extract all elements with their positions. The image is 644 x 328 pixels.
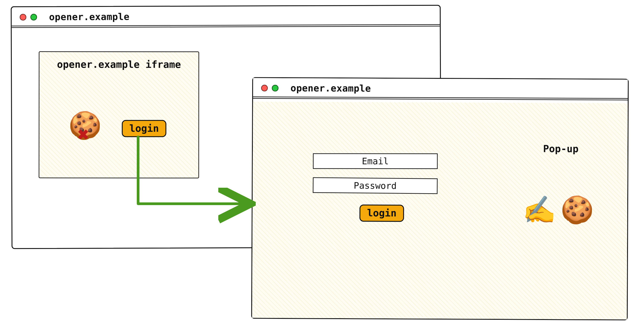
opener-address: opener.example <box>42 11 130 22</box>
cookie-icon: 🍪 <box>560 196 594 223</box>
email-field[interactable]: Email <box>313 153 438 169</box>
popup-label: Pop-up <box>543 143 578 155</box>
close-icon[interactable] <box>20 14 26 20</box>
iframe-login-button[interactable]: login <box>122 120 166 137</box>
diagram-stage: opener.example opener.example iframe 🍪 ✖… <box>0 0 644 328</box>
window-controls <box>261 85 278 91</box>
popup-body: Pop-up Email Password login ✍️ 🍪 <box>252 101 628 319</box>
window-controls <box>20 13 37 20</box>
popup-login-button[interactable]: login <box>360 204 404 222</box>
close-icon[interactable] <box>261 85 268 91</box>
minimize-icon[interactable] <box>30 13 37 20</box>
password-field[interactable]: Password <box>313 177 438 194</box>
popup-window-titlebar: opener.example <box>253 78 628 99</box>
blocked-x-icon: ✖ <box>78 123 89 146</box>
opener-window-titlebar: opener.example <box>12 6 440 26</box>
iframe-title: opener.example iframe <box>40 58 198 70</box>
writing-hand-icon: ✍️ <box>522 196 556 223</box>
minimize-icon[interactable] <box>272 85 278 91</box>
popup-address: opener.example <box>284 83 371 94</box>
blocked-cookie-icon: 🍪 ✖ <box>68 112 102 139</box>
popup-window: opener.example Pop-up Email Password log… <box>251 77 629 320</box>
iframe-region: opener.example iframe 🍪 ✖ login <box>39 51 199 178</box>
